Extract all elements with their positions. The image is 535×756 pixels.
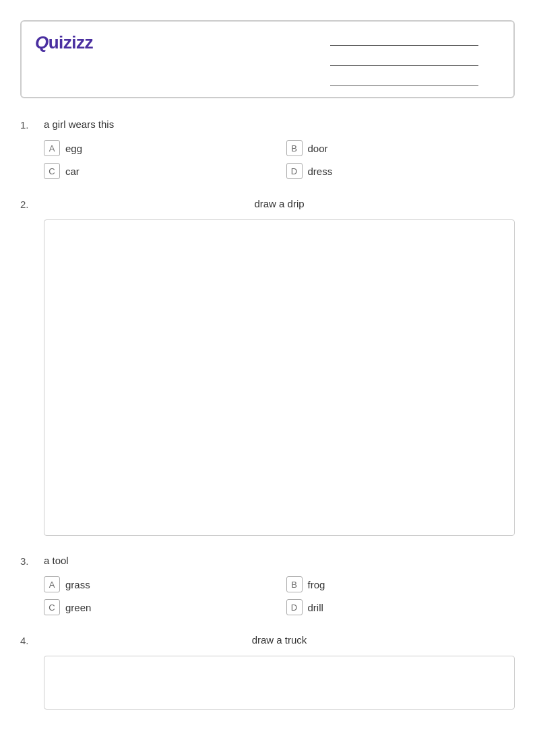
header-left: Quizizz xyxy=(35,32,93,61)
option-text-b: door xyxy=(308,143,328,154)
answer-option-b[interactable]: Bfrog xyxy=(286,576,515,592)
question-number-4: 4. xyxy=(20,634,37,646)
option-text-a: grass xyxy=(65,579,90,590)
draw-box-2[interactable] xyxy=(44,219,515,536)
question-text-3: a tool xyxy=(44,555,515,566)
answer-option-d[interactable]: Ddress xyxy=(286,163,515,179)
date-input[interactable] xyxy=(330,73,478,86)
name-input[interactable] xyxy=(330,32,478,46)
question-header-4: 4.draw a truck xyxy=(20,634,515,646)
name-line xyxy=(284,32,500,46)
date-line xyxy=(284,73,500,86)
question-header-3: 3.a tool xyxy=(20,555,515,567)
option-text-c: green xyxy=(65,602,91,613)
question-block-1: 1.a girl wears thisAeggBdoorCcarDdress xyxy=(20,118,515,179)
answer-option-d[interactable]: Ddrill xyxy=(286,599,515,615)
question-block-2: 2.draw a drip xyxy=(20,198,515,536)
option-text-d: dress xyxy=(308,166,333,177)
answer-option-b[interactable]: Bdoor xyxy=(286,140,515,156)
option-label-a: A xyxy=(44,140,60,156)
option-text-c: car xyxy=(65,166,80,177)
option-label-c: C xyxy=(44,163,60,179)
question-text-2: draw a drip xyxy=(44,198,515,209)
answer-option-a[interactable]: Aegg xyxy=(44,140,273,156)
logo: Quizizz xyxy=(35,32,93,53)
question-number-1: 1. xyxy=(20,118,37,131)
option-text-b: frog xyxy=(308,579,325,590)
answers-grid-1: AeggBdoorCcarDdress xyxy=(44,140,515,179)
question-text-4: draw a truck xyxy=(44,634,515,646)
option-text-a: egg xyxy=(65,143,82,154)
answer-option-c[interactable]: Ccar xyxy=(44,163,273,179)
option-label-b: B xyxy=(286,576,303,592)
questions-container: 1.a girl wears thisAeggBdoorCcarDdress2.… xyxy=(20,118,515,710)
question-header-1: 1.a girl wears this xyxy=(20,118,515,131)
page-container: Quizizz 1.a girl wears thisAeggBdoorCcar… xyxy=(20,20,515,710)
question-block-4: 4.draw a truck xyxy=(20,634,515,710)
option-label-a: A xyxy=(44,576,60,592)
option-label-b: B xyxy=(286,140,303,156)
option-label-d: D xyxy=(286,163,303,179)
question-block-3: 3.a toolAgrassBfrogCgreenDdrill xyxy=(20,555,515,615)
option-text-d: drill xyxy=(308,602,323,613)
answer-option-c[interactable]: Cgreen xyxy=(44,599,273,615)
option-label-c: C xyxy=(44,599,60,615)
header-right xyxy=(284,32,500,86)
question-text-1: a girl wears this xyxy=(44,118,515,130)
header-box: Quizizz xyxy=(20,20,515,98)
class-line xyxy=(284,53,500,66)
question-header-2: 2.draw a drip xyxy=(20,198,515,210)
answer-option-a[interactable]: Agrass xyxy=(44,576,273,592)
draw-box-small-4[interactable] xyxy=(44,656,515,710)
logo-q-letter: Q xyxy=(35,32,49,53)
logo-rest: uizizz xyxy=(49,32,93,53)
option-label-d: D xyxy=(286,599,303,615)
question-number-3: 3. xyxy=(20,555,37,567)
answers-grid-3: AgrassBfrogCgreenDdrill xyxy=(44,576,515,615)
class-input[interactable] xyxy=(330,53,478,66)
question-number-2: 2. xyxy=(20,198,37,210)
